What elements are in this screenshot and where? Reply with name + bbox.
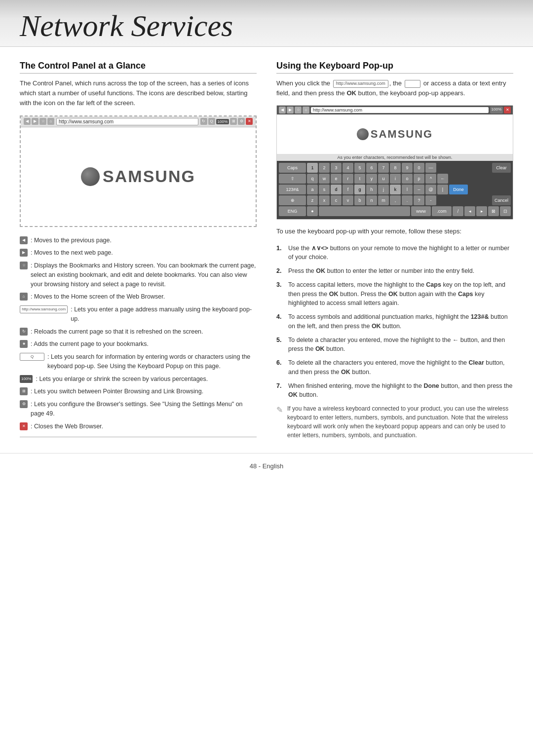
key-9[interactable]: 9 [402,163,413,173]
browser-right-icons: ↻ Q 100% ⊞ ⚙ ✕ [200,118,253,125]
key-i[interactable]: i [390,174,401,184]
nav-back-icon[interactable]: ◀ [24,118,31,125]
pointer-icon[interactable]: ⊞ [230,118,237,125]
step-num: 4. [276,312,284,331]
key-z[interactable]: z [307,195,318,205]
key-s[interactable]: s [319,185,330,194]
key-endash[interactable]: – [414,185,424,194]
key-u[interactable]: u [378,174,389,184]
key-k[interactable]: k [390,185,401,194]
key-3[interactable]: 3 [331,163,342,173]
key-at[interactable]: @ [425,185,436,194]
kb-nav-home[interactable]: ⌂ [303,107,309,113]
kb-key-rows: Caps 1 2 3 4 5 6 7 8 9 0 — Clear [277,161,513,219]
key-d[interactable]: d [331,185,342,194]
key-space[interactable] [319,206,410,216]
key-ins[interactable]: ⊡ [500,206,511,216]
zoom-button[interactable]: 100% [216,119,229,124]
search-icon[interactable]: Q [208,118,215,125]
key-b[interactable]: b [354,195,365,205]
key-pipe[interactable]: | [437,185,448,194]
key-g[interactable]: g [354,185,365,194]
settings-icon[interactable]: ⚙ [238,118,245,125]
add-bookmark-icon: ★ [20,340,28,348]
key-2[interactable]: 2 [319,163,330,173]
key-symbols[interactable]: 123#& [279,185,306,194]
key-backspace[interactable]: ← [437,174,448,184]
key-y[interactable]: y [366,174,377,184]
kb-row-3: 123#& a s d f g h j k l – @ | Done [279,185,511,194]
reload-icon[interactable]: ↻ [200,118,207,125]
step-text: Press the OK button to enter the letter … [288,266,474,276]
list-item: ✕ : Closes the Web Browser. [20,422,257,431]
nav-fwd-icon[interactable]: ▶ [32,118,38,125]
key-f[interactable]: f [343,185,353,194]
step-text: Use the ∧∨<> buttons on your remote to m… [288,244,513,263]
key-l[interactable]: l [402,185,413,194]
key-6[interactable]: 6 [366,163,377,173]
key-cancel[interactable]: Cancel [492,195,511,205]
key-done[interactable]: Done [449,185,468,194]
key-arrow-right[interactable]: ▸ [476,206,487,216]
kb-logo-area: SAMSUNG [277,114,513,154]
page-number-label: 48 - English [250,462,284,470]
kb-nav-fwd[interactable]: ▶ [287,107,294,113]
key-comma[interactable]: , [390,195,401,205]
key-www[interactable]: www [411,206,431,216]
key-a[interactable]: a [307,185,318,194]
key-minus[interactable]: - [425,195,436,205]
key-n[interactable]: n [366,195,377,205]
key-globe[interactable]: ⊕ [279,195,306,205]
key-lang[interactable]: ENG [279,206,306,216]
key-question[interactable]: ? [414,195,424,205]
nav-home-icon[interactable]: ⌂ [47,118,54,125]
key-dotcom[interactable]: .com [432,206,452,216]
key-slash[interactable]: / [453,206,463,216]
key-h[interactable]: h [366,185,377,194]
close-icon[interactable]: ✕ [246,118,253,125]
key-5[interactable]: 5 [354,163,365,173]
browser-url-bar[interactable]: http://www.samsung.com [56,118,198,125]
list-item: Q : Lets you search for information by e… [20,352,257,371]
key-q[interactable]: q [307,174,318,184]
key-1[interactable]: 1 [307,163,318,173]
key-0[interactable]: 0 [414,163,424,173]
key-del[interactable]: ⊠ [488,206,499,216]
key-o[interactable]: o [402,174,413,184]
key-j[interactable]: j [378,185,389,194]
key-dash[interactable]: — [425,163,436,173]
key-4[interactable]: 4 [343,163,353,173]
list-item: 100% : Lets you enlarge or shrink the sc… [20,375,257,384]
nav-bookmark-icon[interactable]: ☆ [39,118,46,125]
kb-nav-back[interactable]: ◀ [279,107,286,113]
key-c[interactable]: c [331,195,342,205]
key-caret[interactable]: ^ [425,174,436,184]
key-8[interactable]: 8 [390,163,401,173]
key-arrow-left[interactable]: ◂ [464,206,475,216]
key-clear[interactable]: Clear [492,163,511,173]
key-x[interactable]: x [319,195,330,205]
kb-url-bar[interactable]: http://www.samsung.com [311,107,489,113]
key-e[interactable]: e [331,174,342,184]
kb-nav-bk[interactable]: ☆ [295,107,302,113]
samsung-logo-icon [81,167,100,186]
key-dot[interactable]: ● [307,206,318,216]
key-v[interactable]: v [343,195,353,205]
kb-zoom[interactable]: 100% [490,107,503,113]
right-intro-text: When you click the http://www.samsung.co… [276,78,513,98]
key-r[interactable]: r [343,174,353,184]
prev-page-icon: ◀ [20,236,28,244]
list-item: ▶ : Moves to the next web page. [20,248,257,258]
key-m[interactable]: m [378,195,389,205]
key-caps[interactable]: Caps [279,163,306,173]
browser-mockup: ◀ ▶ ☆ ⌂ http://www.samsung.com ↻ Q 100% … [20,115,257,227]
key-7[interactable]: 7 [378,163,389,173]
key-shift[interactable]: ⇧ [279,174,306,184]
step-text: To access symbols and additional punctua… [288,312,513,331]
step-num: 2. [276,266,284,276]
key-p[interactable]: p [414,174,424,184]
key-t[interactable]: t [354,174,365,184]
key-w[interactable]: w [319,174,330,184]
kb-close[interactable]: ✕ [504,107,511,113]
key-period[interactable]: . [402,195,413,205]
